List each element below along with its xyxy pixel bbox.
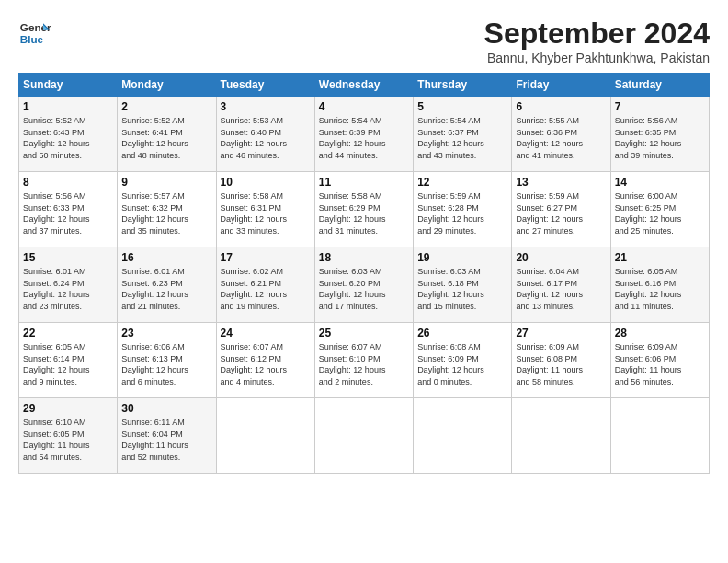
day-number: 18: [319, 251, 409, 264]
day-number: 15: [23, 251, 113, 264]
day-info: Sunrise: 6:05 AMSunset: 6:16 PMDaylight:…: [615, 266, 705, 312]
logo: General Blue: [18, 17, 51, 50]
calendar-cell: 8Sunrise: 5:56 AMSunset: 6:33 PMDaylight…: [19, 172, 118, 247]
svg-text:Blue: Blue: [20, 33, 44, 45]
day-info: Sunrise: 5:56 AMSunset: 6:35 PMDaylight:…: [615, 115, 705, 161]
calendar-cell: 27Sunrise: 6:09 AMSunset: 6:08 PMDayligh…: [512, 323, 610, 398]
calendar-subtitle: Bannu, Khyber Pakhtunkhwa, Pakistan: [484, 51, 710, 65]
day-number: 10: [221, 176, 311, 189]
day-number: 20: [516, 251, 606, 264]
calendar-cell: 2Sunrise: 5:52 AMSunset: 6:41 PMDaylight…: [118, 97, 216, 172]
calendar-cell: 29Sunrise: 6:10 AMSunset: 6:05 PMDayligh…: [19, 398, 118, 474]
calendar-cell: [414, 398, 512, 474]
day-number: 22: [23, 327, 113, 339]
calendar-cell: 3Sunrise: 5:53 AMSunset: 6:40 PMDaylight…: [216, 97, 314, 172]
day-number: 3: [221, 100, 311, 113]
calendar-cell: 10Sunrise: 5:58 AMSunset: 6:31 PMDayligh…: [216, 172, 314, 247]
calendar-cell: 1Sunrise: 5:52 AMSunset: 6:43 PMDaylight…: [19, 97, 118, 172]
calendar-cell: 30Sunrise: 6:11 AMSunset: 6:04 PMDayligh…: [118, 398, 216, 474]
header-day-sunday: Sunday: [19, 74, 118, 97]
day-info: Sunrise: 6:00 AMSunset: 6:25 PMDaylight:…: [615, 190, 705, 236]
day-info: Sunrise: 6:08 AMSunset: 6:09 PMDaylight:…: [417, 341, 507, 387]
calendar-cell: 24Sunrise: 6:07 AMSunset: 6:12 PMDayligh…: [216, 323, 314, 398]
day-info: Sunrise: 6:10 AMSunset: 6:05 PMDaylight:…: [23, 417, 113, 463]
day-number: 17: [221, 251, 311, 264]
calendar-cell: [610, 398, 709, 474]
day-number: 4: [319, 100, 409, 113]
day-number: 28: [615, 327, 705, 339]
day-number: 25: [319, 327, 409, 339]
day-number: 6: [516, 100, 606, 113]
day-info: Sunrise: 6:03 AMSunset: 6:20 PMDaylight:…: [319, 266, 409, 312]
header-day-tuesday: Tuesday: [216, 74, 314, 97]
day-info: Sunrise: 6:02 AMSunset: 6:21 PMDaylight:…: [221, 266, 311, 312]
week-row-1: 1Sunrise: 5:52 AMSunset: 6:43 PMDaylight…: [19, 97, 710, 172]
header-day-wednesday: Wednesday: [314, 74, 413, 97]
calendar-cell: 15Sunrise: 6:01 AMSunset: 6:24 PMDayligh…: [19, 247, 118, 323]
day-number: 27: [516, 327, 606, 339]
day-info: Sunrise: 5:55 AMSunset: 6:36 PMDaylight:…: [516, 115, 606, 161]
day-info: Sunrise: 5:53 AMSunset: 6:40 PMDaylight:…: [221, 115, 311, 161]
week-row-5: 29Sunrise: 6:10 AMSunset: 6:05 PMDayligh…: [19, 398, 710, 474]
day-info: Sunrise: 5:54 AMSunset: 6:37 PMDaylight:…: [417, 115, 507, 161]
calendar-cell: [512, 398, 610, 474]
calendar-cell: 25Sunrise: 6:07 AMSunset: 6:10 PMDayligh…: [314, 323, 413, 398]
day-number: 12: [417, 176, 507, 189]
day-info: Sunrise: 5:58 AMSunset: 6:29 PMDaylight:…: [319, 190, 409, 236]
calendar-cell: 13Sunrise: 5:59 AMSunset: 6:27 PMDayligh…: [512, 172, 610, 247]
header-day-friday: Friday: [512, 74, 610, 97]
calendar-title: September 2024: [484, 17, 710, 51]
day-info: Sunrise: 6:01 AMSunset: 6:23 PMDaylight:…: [121, 266, 211, 312]
day-info: Sunrise: 5:52 AMSunset: 6:43 PMDaylight:…: [23, 115, 113, 161]
day-number: 13: [516, 176, 606, 189]
day-info: Sunrise: 5:52 AMSunset: 6:41 PMDaylight:…: [121, 115, 211, 161]
calendar-table: SundayMondayTuesdayWednesdayThursdayFrid…: [18, 73, 710, 474]
day-info: Sunrise: 6:07 AMSunset: 6:12 PMDaylight:…: [221, 341, 311, 387]
day-number: 5: [417, 100, 507, 113]
calendar-cell: [314, 398, 413, 474]
calendar-cell: 7Sunrise: 5:56 AMSunset: 6:35 PMDaylight…: [610, 97, 709, 172]
calendar-cell: 17Sunrise: 6:02 AMSunset: 6:21 PMDayligh…: [216, 247, 314, 323]
day-info: Sunrise: 6:06 AMSunset: 6:13 PMDaylight:…: [121, 341, 211, 387]
header-day-monday: Monday: [118, 74, 216, 97]
calendar-cell: 28Sunrise: 6:09 AMSunset: 6:06 PMDayligh…: [610, 323, 709, 398]
day-number: 9: [121, 176, 211, 189]
calendar-cell: 20Sunrise: 6:04 AMSunset: 6:17 PMDayligh…: [512, 247, 610, 323]
day-info: Sunrise: 6:04 AMSunset: 6:17 PMDaylight:…: [516, 266, 606, 312]
day-info: Sunrise: 6:11 AMSunset: 6:04 PMDaylight:…: [121, 417, 211, 463]
day-info: Sunrise: 6:05 AMSunset: 6:14 PMDaylight:…: [23, 341, 113, 387]
day-number: 11: [319, 176, 409, 189]
day-info: Sunrise: 5:54 AMSunset: 6:39 PMDaylight:…: [319, 115, 409, 161]
day-info: Sunrise: 6:03 AMSunset: 6:18 PMDaylight:…: [417, 266, 507, 312]
day-number: 19: [417, 251, 507, 264]
calendar-cell: 12Sunrise: 5:59 AMSunset: 6:28 PMDayligh…: [414, 172, 512, 247]
day-number: 2: [121, 100, 211, 113]
day-number: 29: [23, 402, 113, 415]
day-info: Sunrise: 6:09 AMSunset: 6:08 PMDaylight:…: [516, 341, 606, 387]
calendar-cell: 9Sunrise: 5:57 AMSunset: 6:32 PMDaylight…: [118, 172, 216, 247]
calendar-cell: 26Sunrise: 6:08 AMSunset: 6:09 PMDayligh…: [414, 323, 512, 398]
day-number: 26: [417, 327, 507, 339]
day-info: Sunrise: 5:58 AMSunset: 6:31 PMDaylight:…: [221, 190, 311, 236]
day-info: Sunrise: 5:56 AMSunset: 6:33 PMDaylight:…: [23, 190, 113, 236]
header-day-thursday: Thursday: [414, 74, 512, 97]
day-number: 7: [615, 100, 705, 113]
day-info: Sunrise: 6:07 AMSunset: 6:10 PMDaylight:…: [319, 341, 409, 387]
calendar-cell: 16Sunrise: 6:01 AMSunset: 6:23 PMDayligh…: [118, 247, 216, 323]
calendar-cell: 6Sunrise: 5:55 AMSunset: 6:36 PMDaylight…: [512, 97, 610, 172]
week-row-4: 22Sunrise: 6:05 AMSunset: 6:14 PMDayligh…: [19, 323, 710, 398]
day-info: Sunrise: 5:59 AMSunset: 6:28 PMDaylight:…: [417, 190, 507, 236]
day-number: 24: [221, 327, 311, 339]
day-number: 16: [121, 251, 211, 264]
day-number: 21: [615, 251, 705, 264]
header-row: SundayMondayTuesdayWednesdayThursdayFrid…: [19, 74, 710, 97]
day-info: Sunrise: 5:57 AMSunset: 6:32 PMDaylight:…: [121, 190, 211, 236]
day-info: Sunrise: 5:59 AMSunset: 6:27 PMDaylight:…: [516, 190, 606, 236]
day-info: Sunrise: 6:09 AMSunset: 6:06 PMDaylight:…: [615, 341, 705, 387]
week-row-3: 15Sunrise: 6:01 AMSunset: 6:24 PMDayligh…: [19, 247, 710, 323]
day-number: 14: [615, 176, 705, 189]
calendar-cell: 14Sunrise: 6:00 AMSunset: 6:25 PMDayligh…: [610, 172, 709, 247]
day-info: Sunrise: 6:01 AMSunset: 6:24 PMDaylight:…: [23, 266, 113, 312]
calendar-cell: 21Sunrise: 6:05 AMSunset: 6:16 PMDayligh…: [610, 247, 709, 323]
calendar-cell: 5Sunrise: 5:54 AMSunset: 6:37 PMDaylight…: [414, 97, 512, 172]
